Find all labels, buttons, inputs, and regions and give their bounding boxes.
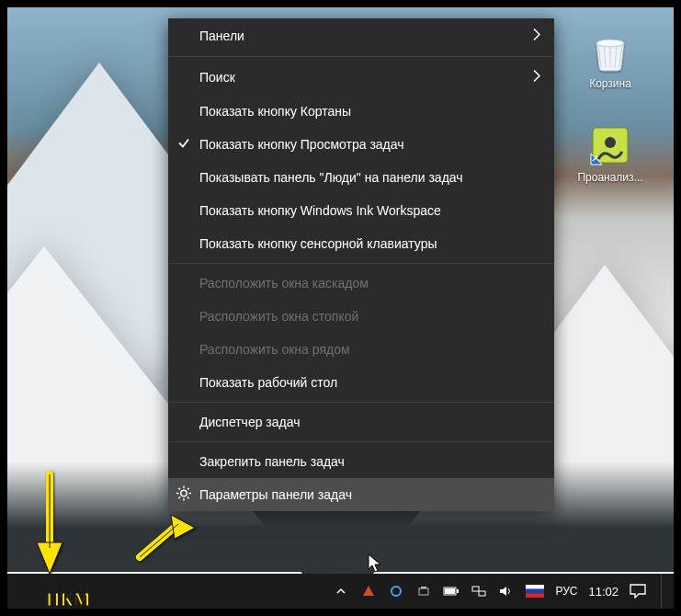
svg-rect-18 (445, 588, 455, 594)
menu-item-label: Поиск (199, 70, 235, 85)
svg-point-4 (181, 490, 187, 496)
svg-point-2 (605, 137, 616, 148)
desktop-wallpaper: Корзина Проанализ... Панели Поиск (7, 7, 674, 609)
action-center-icon[interactable] (630, 583, 646, 599)
menu-item-show-ink[interactable]: Показать кнопку Windows Ink Workspace (168, 194, 554, 227)
svg-rect-17 (457, 589, 459, 593)
menu-item-label: Панели (199, 29, 244, 43)
svg-rect-22 (526, 589, 544, 594)
chevron-right-icon (532, 29, 541, 44)
app-shortcut-label: Проанализ... (569, 171, 652, 184)
menu-item-label: Расположить окна рядом (199, 342, 350, 357)
check-icon (177, 137, 190, 153)
taskbar[interactable]: РУС 11:02 (7, 574, 674, 609)
battery-icon[interactable] (443, 583, 460, 599)
menu-item-taskbar-settings[interactable]: Параметры панели задач (168, 478, 554, 511)
menu-item-label: Расположить окна стопкой (199, 309, 358, 324)
menu-item-cascade: Расположить окна каскадом (168, 267, 554, 300)
volume-icon[interactable] (498, 583, 515, 599)
tray-app-icon[interactable] (415, 583, 432, 599)
svg-line-11 (187, 488, 189, 490)
language-flag-icon[interactable] (526, 583, 544, 599)
menu-item-lock-taskbar[interactable]: Закрепить панель задач (168, 445, 554, 478)
menu-item-label: Показать кнопку Windows Ink Workspace (199, 203, 441, 218)
svg-line-10 (187, 497, 189, 499)
cursor-pointer-icon (368, 553, 384, 577)
menu-item-show-desktop[interactable]: Показать рабочий стол (168, 366, 554, 399)
recycle-bin-icon[interactable]: Корзина (569, 29, 652, 90)
menu-item-search[interactable]: Поиск (168, 60, 554, 95)
svg-rect-14 (419, 588, 428, 595)
chevron-right-icon (532, 70, 541, 86)
tray-app-icon[interactable] (360, 583, 377, 599)
tray-app-icon[interactable] (388, 583, 404, 599)
menu-item-label: Показать кнопку сенсорной клавиатуры (199, 236, 437, 251)
menu-item-label: Закрепить панель задач (199, 454, 345, 469)
menu-item-stacked: Расположить окна стопкой (168, 300, 554, 333)
svg-point-13 (392, 587, 401, 596)
menu-item-label: Расположить окна каскадом (199, 276, 369, 291)
svg-rect-23 (526, 593, 544, 598)
gear-icon (176, 485, 192, 505)
menu-item-show-touch-kbd[interactable]: Показать кнопку сенсорной клавиатуры (168, 227, 554, 260)
show-desktop-button[interactable] (661, 574, 666, 609)
menu-item-label: Показать кнопку Просмотра задач (199, 137, 404, 152)
language-indicator[interactable]: РУС (555, 585, 577, 598)
svg-rect-21 (526, 585, 544, 589)
menu-item-label: Показать кнопку Кортаны (199, 104, 351, 119)
menu-item-label: Параметры панели задач (199, 487, 352, 502)
clock[interactable]: 11:02 (588, 585, 619, 599)
menu-item-show-task-view[interactable]: Показать кнопку Просмотра задач (168, 128, 554, 161)
svg-rect-19 (472, 587, 479, 591)
menu-item-show-people[interactable]: Показывать панель "Люди" на панели задач (168, 161, 554, 194)
network-icon[interactable] (471, 583, 487, 599)
svg-rect-20 (479, 591, 485, 596)
menu-item-panels[interactable]: Панели (168, 18, 554, 53)
system-tray: РУС 11:02 (333, 574, 674, 609)
menu-item-show-cortana[interactable]: Показать кнопку Кортаны (168, 95, 554, 128)
recycle-bin-label: Корзина (569, 77, 652, 90)
svg-point-0 (596, 40, 624, 47)
svg-line-12 (178, 497, 180, 499)
svg-rect-15 (421, 587, 426, 588)
menu-item-label: Показать рабочий стол (199, 375, 337, 390)
menu-item-label: Показывать панель "Люди" на панели задач (199, 170, 463, 185)
app-shortcut-icon[interactable]: Проанализ... (569, 123, 652, 184)
menu-item-task-manager[interactable]: Диспетчер задач (168, 405, 554, 439)
menu-item-label: Диспетчер задач (199, 415, 301, 429)
annotation-label: ПКМ (46, 589, 91, 610)
annotation-arrow (134, 511, 199, 566)
svg-line-9 (178, 488, 180, 490)
tray-chevron-up-icon[interactable] (333, 583, 349, 599)
menu-item-side-by-side: Расположить окна рядом (168, 333, 554, 366)
annotation-arrow (13, 467, 66, 581)
taskbar-context-menu: Панели Поиск Показать кнопку Кортаны Пок… (168, 18, 554, 511)
